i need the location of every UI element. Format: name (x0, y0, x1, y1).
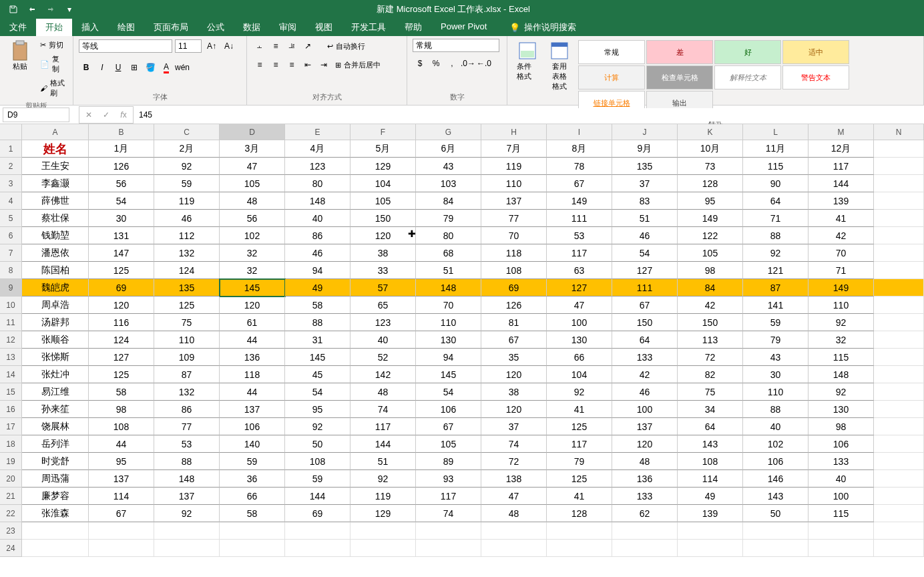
cell[interactable]: 84 (416, 192, 481, 210)
cell[interactable]: 42 (612, 366, 678, 383)
cell[interactable]: 51 (351, 453, 416, 470)
cell[interactable]: 140 (220, 435, 285, 453)
cell[interactable]: 41 (808, 210, 874, 227)
col-header-E[interactable]: E (285, 124, 351, 140)
cell[interactable]: 104 (351, 175, 416, 192)
cell[interactable]: 123 (351, 314, 416, 331)
col-header-B[interactable]: B (89, 124, 154, 140)
cell[interactable]: 145 (285, 349, 351, 366)
cell[interactable]: 100 (808, 488, 874, 505)
cell[interactable]: 42 (808, 227, 874, 244)
cell[interactable]: 149 (547, 192, 612, 210)
cell[interactable]: 110 (808, 297, 874, 314)
align-center-button[interactable]: ≡ (268, 57, 283, 72)
cell[interactable]: 133 (612, 488, 678, 505)
cell[interactable]: 81 (481, 314, 547, 331)
cell[interactable]: 张顺谷 (22, 331, 89, 349)
cell[interactable]: 122 (678, 227, 743, 244)
decrease-font-button[interactable]: A↓ (222, 39, 236, 53)
align-right-button[interactable]: ≡ (284, 57, 299, 72)
cell[interactable] (22, 540, 89, 557)
cell[interactable]: 128 (547, 505, 612, 522)
ribbon-tab-11[interactable]: Power Pivot (431, 19, 496, 36)
italic-button[interactable]: I (95, 60, 109, 75)
cell[interactable]: 92 (808, 314, 874, 331)
cell[interactable] (743, 540, 808, 557)
cell[interactable]: 121 (743, 262, 808, 279)
cell[interactable]: 43 (743, 349, 808, 366)
row-header-5[interactable]: 5 (0, 210, 22, 227)
cell[interactable]: 49 (285, 279, 351, 297)
cell[interactable]: 93 (416, 470, 481, 488)
save-button[interactable] (7, 3, 20, 16)
cell-style-0[interactable]: 常规 (578, 40, 645, 64)
col-header-A[interactable]: A (22, 124, 89, 140)
cell[interactable]: 80 (285, 175, 351, 192)
cell[interactable]: 89 (416, 453, 481, 470)
cell[interactable]: 105 (351, 192, 416, 210)
table-format-button[interactable]: 套用 表格格式 (545, 39, 574, 93)
cell[interactable]: 138 (481, 470, 547, 488)
cell[interactable]: 108 (481, 262, 547, 279)
cell[interactable]: 130 (808, 401, 874, 418)
row-header-24[interactable]: 24 (0, 540, 22, 557)
cell-style-4[interactable]: 计算 (578, 65, 645, 89)
name-box[interactable] (3, 108, 69, 122)
cell[interactable]: 108 (678, 453, 743, 470)
cell[interactable]: 130 (416, 331, 481, 349)
cell[interactable]: 137 (612, 418, 678, 435)
cell[interactable]: 108 (89, 418, 154, 435)
cell[interactable]: 88 (743, 227, 808, 244)
cell[interactable] (808, 522, 874, 540)
cell[interactable]: 116 (89, 314, 154, 331)
cell[interactable]: 125 (89, 366, 154, 383)
cell[interactable] (416, 522, 481, 540)
col-header-G[interactable]: G (416, 124, 481, 140)
cell[interactable]: 潘恩依 (22, 244, 89, 262)
cell[interactable]: 46 (612, 227, 678, 244)
cell[interactable]: 73 (678, 158, 743, 175)
cell[interactable]: 58 (220, 505, 285, 522)
header-cell[interactable]: 2月 (154, 140, 220, 158)
cell[interactable]: 49 (678, 488, 743, 505)
ribbon-tab-0[interactable]: 文件 (0, 19, 36, 36)
cell[interactable]: 69 (89, 279, 154, 297)
cell[interactable]: 150 (612, 314, 678, 331)
cell[interactable] (220, 522, 285, 540)
cell[interactable]: 112 (154, 227, 220, 244)
ribbon-tab-3[interactable]: 绘图 (108, 19, 144, 36)
font-name-select[interactable] (79, 39, 172, 53)
cell[interactable] (612, 522, 678, 540)
row-header-9[interactable]: 9 (0, 279, 22, 297)
cell[interactable]: 36 (220, 470, 285, 488)
cell[interactable]: 张灶冲 (22, 366, 89, 383)
cell[interactable] (808, 540, 874, 557)
increase-font-button[interactable]: A↑ (204, 39, 219, 53)
cell[interactable]: 68 (416, 244, 481, 262)
cell[interactable]: 38 (351, 244, 416, 262)
row-header-10[interactable]: 10 (0, 297, 22, 314)
cell[interactable]: 98 (678, 262, 743, 279)
header-cell[interactable]: 9月 (612, 140, 678, 158)
col-header-I[interactable]: I (547, 124, 612, 140)
cell[interactable]: 70 (481, 227, 547, 244)
font-size-select[interactable] (175, 39, 202, 53)
cell[interactable]: 59 (154, 175, 220, 192)
cell[interactable]: 115 (808, 349, 874, 366)
cell[interactable]: 103 (416, 175, 481, 192)
cell[interactable]: 48 (481, 505, 547, 522)
col-header-L[interactable]: L (743, 124, 808, 140)
format-painter-button[interactable]: 🖌格式刷 (37, 77, 67, 100)
cell[interactable] (285, 522, 351, 540)
col-header-H[interactable]: H (481, 124, 547, 140)
cell[interactable]: 118 (220, 366, 285, 383)
cell[interactable]: 59 (743, 314, 808, 331)
cell[interactable]: 74 (351, 401, 416, 418)
cell[interactable]: 139 (678, 505, 743, 522)
cell[interactable]: 岳列洋 (22, 435, 89, 453)
cell[interactable]: 张淮森 (22, 505, 89, 522)
cell[interactable]: 59 (220, 453, 285, 470)
header-cell[interactable]: 12月 (808, 140, 874, 158)
cell[interactable]: 135 (154, 279, 220, 297)
cell[interactable]: 75 (678, 383, 743, 401)
